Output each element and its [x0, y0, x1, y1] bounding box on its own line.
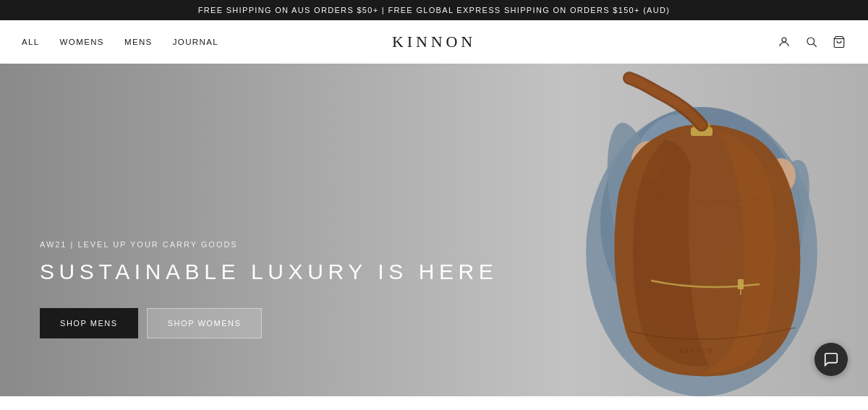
- hero-title: SUSTAINABLE LUXURY IS HERE: [40, 259, 498, 285]
- announcement-bar: FREE SHIPPING ON AUS ORDERS $50+ | FREE …: [0, 0, 868, 20]
- hero-subtitle: AW21 | LEVEL UP YOUR CARRY GOODS: [40, 240, 498, 249]
- hero-image: KINNON: [434, 64, 868, 396]
- nav-item-all[interactable]: ALL: [22, 38, 40, 46]
- svg-point-0: [782, 38, 786, 42]
- search-icon[interactable]: [804, 35, 819, 49]
- nav-left: ALL WOMENS MENS JOURNAL: [22, 38, 218, 46]
- account-icon[interactable]: [777, 35, 791, 49]
- nav-item-womens[interactable]: WOMENS: [60, 38, 104, 46]
- navbar: ALL WOMENS MENS JOURNAL KINNON: [0, 20, 868, 64]
- svg-line-2: [814, 44, 817, 47]
- announcement-text: FREE SHIPPING ON AUS ORDERS $50+ | FREE …: [198, 6, 671, 14]
- hero-section: KINNON AW21 | LEVEL UP YOUR CARRY GOODS …: [0, 64, 868, 396]
- site-logo[interactable]: KINNON: [392, 33, 476, 51]
- shop-womens-button[interactable]: SHOP WOMENS: [147, 308, 263, 338]
- cart-icon[interactable]: [832, 35, 846, 49]
- nav-item-mens[interactable]: MENS: [124, 38, 153, 46]
- hero-content: AW21 | LEVEL UP YOUR CARRY GOODS SUSTAIN…: [40, 240, 498, 338]
- svg-rect-13: [738, 279, 744, 289]
- svg-rect-14: [740, 289, 741, 295]
- hero-buttons: SHOP MENS SHOP WOMENS: [40, 308, 498, 338]
- chat-button[interactable]: [814, 343, 848, 376]
- nav-right: [777, 35, 846, 49]
- svg-point-1: [807, 38, 814, 45]
- svg-text:KINNON: KINNON: [680, 347, 715, 354]
- nav-item-journal[interactable]: JOURNAL: [173, 38, 218, 46]
- shop-mens-button[interactable]: SHOP MENS: [40, 308, 138, 338]
